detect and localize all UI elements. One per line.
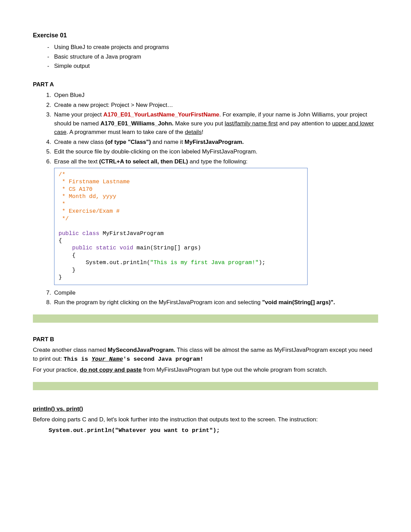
emphasis: do not copy and paste: [80, 367, 141, 373]
code-comment: * CS A170: [59, 186, 92, 193]
menu-item: "void main(String[] args)".: [262, 299, 335, 306]
code-comment: * Exercise/Exam #: [59, 208, 120, 214]
code-identifier: main(String[] args): [137, 245, 201, 251]
intro-item: Using BlueJ to create projects and progr…: [47, 43, 378, 52]
intro-item: Simple output: [47, 62, 378, 71]
step-3: Name your project A170_E01_YourLastName_…: [53, 110, 378, 137]
code-keyword: public static void: [59, 245, 137, 251]
step-5: Edit the source file by double-clicking …: [53, 147, 378, 156]
step-4: Create a new class (of type "Class") and…: [53, 138, 378, 147]
code-brace: }: [59, 267, 76, 273]
println-para: Before doing parts C and D, let's look f…: [33, 415, 378, 424]
document-page: Exercise 01 Using BlueJ to create projec…: [0, 0, 411, 532]
code-comment: /*: [59, 171, 65, 178]
step-2: Create a new project: Project > New Proj…: [53, 101, 378, 110]
output-text: This is: [64, 356, 92, 362]
text: Create a new class: [54, 139, 105, 145]
intro-item: Basic structure of a Java program: [47, 52, 378, 61]
code-punct: );: [259, 259, 265, 266]
divider-bar: [33, 314, 378, 323]
part-b-para-2: For your practice, do not copy and paste…: [33, 366, 378, 374]
divider-bar: [33, 382, 378, 390]
code-comment: *: [59, 201, 65, 207]
step-7: Compile: [53, 288, 378, 297]
part-a-label: PART A: [33, 80, 378, 89]
code-keyword: public class: [59, 230, 103, 237]
text: Name your project: [54, 111, 103, 118]
exercise-title: Exercise 01: [33, 31, 378, 40]
output-text: 's second Java program!: [123, 356, 203, 362]
println-heading-wrap: println() vs. print(): [33, 403, 378, 413]
code-brace: {: [59, 252, 76, 259]
part-a-steps: Open BlueJ Create a new project: Project…: [33, 91, 378, 307]
class-name: MyFirstJavaProgram.: [185, 139, 244, 145]
text: and name it: [151, 139, 185, 145]
class-name: MySecondJavaProgram.: [108, 347, 175, 353]
println-heading: println() vs. print(): [33, 405, 83, 413]
text: from MyFirstJavaProgram but type out the…: [141, 367, 327, 373]
step-8: Run the program by right clicking on the…: [53, 298, 378, 307]
intro-list: Using BlueJ to create projects and progr…: [33, 43, 378, 71]
code-comment: */: [59, 215, 69, 222]
emphasis: (of type "Class"): [105, 139, 151, 145]
part-b-label: PART B: [33, 335, 378, 344]
code-identifier: MyFirstJavaProgram: [103, 230, 164, 237]
text: Make sure you put: [174, 120, 225, 127]
step-1: Open BlueJ: [53, 91, 378, 100]
emphasis: details: [185, 129, 202, 135]
text: Create another class named: [33, 347, 108, 353]
code-comment: * Firstname Lastname: [59, 178, 130, 185]
step-6: Erase all the text (CTRL+A to select all…: [53, 157, 378, 285]
text: and type the following:: [188, 158, 248, 165]
code-string: "This is my first Java program!": [150, 259, 259, 266]
project-name-pattern: A170_E01_YourLastName_YourFirstName: [103, 111, 220, 118]
code-brace: }: [59, 274, 62, 281]
emphasis: last/family name first: [225, 120, 278, 127]
text: . A programmer must learn to take care o…: [66, 129, 185, 135]
code-call: System.out.println(: [59, 259, 150, 266]
part-b-para-1: Create another class named MySecondJavaP…: [33, 346, 378, 363]
println-code-line: System.out.println("Whatever you want to…: [49, 426, 378, 435]
code-brace: {: [59, 237, 62, 244]
text: Erase all the text: [54, 158, 99, 165]
text: Run the program by right clicking on the…: [54, 299, 262, 306]
text: For your practice,: [33, 367, 80, 373]
code-comment: * Month dd, yyyy: [59, 193, 116, 200]
shortcut: (CTRL+A to select all, then DEL): [99, 158, 188, 165]
code-block: /* * Firstname Lastname * CS A170 * Mont…: [54, 168, 308, 285]
project-name-example: A170_E01_Williams_John.: [100, 120, 173, 127]
placeholder: Your Name: [91, 356, 123, 362]
text: and pay attention to: [278, 120, 332, 127]
text: !: [202, 129, 203, 135]
